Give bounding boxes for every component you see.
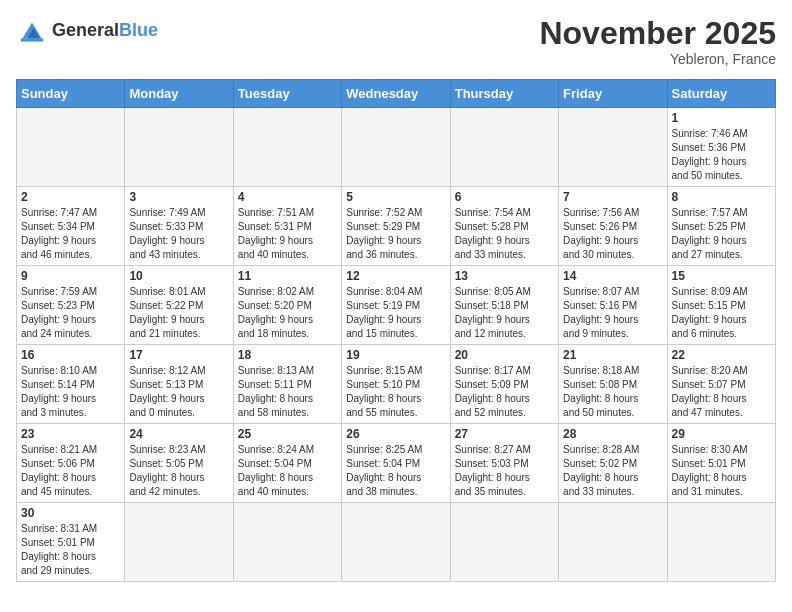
day-info: Sunrise: 8:13 AMSunset: 5:11 PMDaylight:… bbox=[238, 364, 337, 420]
calendar-cell: 1Sunrise: 7:46 AMSunset: 5:36 PMDaylight… bbox=[667, 108, 775, 187]
day-info: Sunrise: 8:31 AMSunset: 5:01 PMDaylight:… bbox=[21, 522, 120, 578]
calendar-cell bbox=[17, 108, 125, 187]
calendar-cell: 23Sunrise: 8:21 AMSunset: 5:06 PMDayligh… bbox=[17, 424, 125, 503]
day-number: 29 bbox=[672, 427, 771, 441]
day-info: Sunrise: 8:15 AMSunset: 5:10 PMDaylight:… bbox=[346, 364, 445, 420]
day-info: Sunrise: 8:21 AMSunset: 5:06 PMDaylight:… bbox=[21, 443, 120, 499]
day-number: 28 bbox=[563, 427, 662, 441]
day-number: 5 bbox=[346, 190, 445, 204]
calendar-cell: 8Sunrise: 7:57 AMSunset: 5:25 PMDaylight… bbox=[667, 187, 775, 266]
day-info: Sunrise: 7:57 AMSunset: 5:25 PMDaylight:… bbox=[672, 206, 771, 262]
day-info: Sunrise: 7:56 AMSunset: 5:26 PMDaylight:… bbox=[563, 206, 662, 262]
page-header: GeneralBlue November 2025 Yebleron, Fran… bbox=[16, 16, 776, 67]
location: Yebleron, France bbox=[539, 51, 776, 67]
calendar-cell: 15Sunrise: 8:09 AMSunset: 5:15 PMDayligh… bbox=[667, 266, 775, 345]
calendar-cell: 10Sunrise: 8:01 AMSunset: 5:22 PMDayligh… bbox=[125, 266, 233, 345]
calendar-cell: 11Sunrise: 8:02 AMSunset: 5:20 PMDayligh… bbox=[233, 266, 341, 345]
day-info: Sunrise: 8:10 AMSunset: 5:14 PMDaylight:… bbox=[21, 364, 120, 420]
day-number: 15 bbox=[672, 269, 771, 283]
day-info: Sunrise: 8:07 AMSunset: 5:16 PMDaylight:… bbox=[563, 285, 662, 341]
calendar-cell bbox=[342, 108, 450, 187]
calendar-cell: 2Sunrise: 7:47 AMSunset: 5:34 PMDaylight… bbox=[17, 187, 125, 266]
day-info: Sunrise: 8:18 AMSunset: 5:08 PMDaylight:… bbox=[563, 364, 662, 420]
calendar-cell: 30Sunrise: 8:31 AMSunset: 5:01 PMDayligh… bbox=[17, 503, 125, 582]
calendar-cell: 22Sunrise: 8:20 AMSunset: 5:07 PMDayligh… bbox=[667, 345, 775, 424]
day-info: Sunrise: 8:25 AMSunset: 5:04 PMDaylight:… bbox=[346, 443, 445, 499]
day-info: Sunrise: 8:23 AMSunset: 5:05 PMDaylight:… bbox=[129, 443, 228, 499]
calendar-cell: 25Sunrise: 8:24 AMSunset: 5:04 PMDayligh… bbox=[233, 424, 341, 503]
day-info: Sunrise: 8:28 AMSunset: 5:02 PMDaylight:… bbox=[563, 443, 662, 499]
day-number: 14 bbox=[563, 269, 662, 283]
day-info: Sunrise: 8:20 AMSunset: 5:07 PMDaylight:… bbox=[672, 364, 771, 420]
logo-general: GeneralBlue bbox=[52, 20, 158, 40]
day-number: 10 bbox=[129, 269, 228, 283]
day-number: 4 bbox=[238, 190, 337, 204]
day-info: Sunrise: 7:59 AMSunset: 5:23 PMDaylight:… bbox=[21, 285, 120, 341]
weekday-header-row: SundayMondayTuesdayWednesdayThursdayFrid… bbox=[17, 80, 776, 108]
weekday-header-monday: Monday bbox=[125, 80, 233, 108]
day-info: Sunrise: 8:27 AMSunset: 5:03 PMDaylight:… bbox=[455, 443, 554, 499]
calendar-cell: 9Sunrise: 7:59 AMSunset: 5:23 PMDaylight… bbox=[17, 266, 125, 345]
day-info: Sunrise: 7:47 AMSunset: 5:34 PMDaylight:… bbox=[21, 206, 120, 262]
day-info: Sunrise: 8:12 AMSunset: 5:13 PMDaylight:… bbox=[129, 364, 228, 420]
calendar-cell: 21Sunrise: 8:18 AMSunset: 5:08 PMDayligh… bbox=[559, 345, 667, 424]
day-number: 1 bbox=[672, 111, 771, 125]
weekday-header-thursday: Thursday bbox=[450, 80, 558, 108]
week-row-2: 9Sunrise: 7:59 AMSunset: 5:23 PMDaylight… bbox=[17, 266, 776, 345]
day-number: 27 bbox=[455, 427, 554, 441]
calendar-cell: 28Sunrise: 8:28 AMSunset: 5:02 PMDayligh… bbox=[559, 424, 667, 503]
calendar-cell bbox=[559, 503, 667, 582]
calendar-cell bbox=[233, 108, 341, 187]
calendar-cell: 6Sunrise: 7:54 AMSunset: 5:28 PMDaylight… bbox=[450, 187, 558, 266]
week-row-3: 16Sunrise: 8:10 AMSunset: 5:14 PMDayligh… bbox=[17, 345, 776, 424]
day-number: 18 bbox=[238, 348, 337, 362]
week-row-0: 1Sunrise: 7:46 AMSunset: 5:36 PMDaylight… bbox=[17, 108, 776, 187]
day-info: Sunrise: 8:30 AMSunset: 5:01 PMDaylight:… bbox=[672, 443, 771, 499]
calendar-cell: 18Sunrise: 8:13 AMSunset: 5:11 PMDayligh… bbox=[233, 345, 341, 424]
day-number: 26 bbox=[346, 427, 445, 441]
week-row-4: 23Sunrise: 8:21 AMSunset: 5:06 PMDayligh… bbox=[17, 424, 776, 503]
day-number: 7 bbox=[563, 190, 662, 204]
weekday-header-sunday: Sunday bbox=[17, 80, 125, 108]
calendar-cell: 24Sunrise: 8:23 AMSunset: 5:05 PMDayligh… bbox=[125, 424, 233, 503]
calendar-cell: 12Sunrise: 8:04 AMSunset: 5:19 PMDayligh… bbox=[342, 266, 450, 345]
day-number: 22 bbox=[672, 348, 771, 362]
calendar-cell: 7Sunrise: 7:56 AMSunset: 5:26 PMDaylight… bbox=[559, 187, 667, 266]
day-number: 12 bbox=[346, 269, 445, 283]
calendar-cell bbox=[125, 108, 233, 187]
day-info: Sunrise: 7:51 AMSunset: 5:31 PMDaylight:… bbox=[238, 206, 337, 262]
calendar-cell bbox=[667, 503, 775, 582]
calendar-cell: 3Sunrise: 7:49 AMSunset: 5:33 PMDaylight… bbox=[125, 187, 233, 266]
calendar-cell: 13Sunrise: 8:05 AMSunset: 5:18 PMDayligh… bbox=[450, 266, 558, 345]
calendar-cell: 16Sunrise: 8:10 AMSunset: 5:14 PMDayligh… bbox=[17, 345, 125, 424]
svg-rect-2 bbox=[21, 38, 43, 41]
title-block: November 2025 Yebleron, France bbox=[539, 16, 776, 67]
calendar-cell bbox=[450, 108, 558, 187]
day-number: 23 bbox=[21, 427, 120, 441]
day-info: Sunrise: 8:24 AMSunset: 5:04 PMDaylight:… bbox=[238, 443, 337, 499]
month-title: November 2025 bbox=[539, 16, 776, 51]
day-info: Sunrise: 8:01 AMSunset: 5:22 PMDaylight:… bbox=[129, 285, 228, 341]
day-info: Sunrise: 8:04 AMSunset: 5:19 PMDaylight:… bbox=[346, 285, 445, 341]
day-info: Sunrise: 8:17 AMSunset: 5:09 PMDaylight:… bbox=[455, 364, 554, 420]
day-number: 30 bbox=[21, 506, 120, 520]
calendar-cell bbox=[342, 503, 450, 582]
day-number: 19 bbox=[346, 348, 445, 362]
logo-icon bbox=[16, 16, 48, 44]
day-number: 11 bbox=[238, 269, 337, 283]
day-number: 3 bbox=[129, 190, 228, 204]
calendar-cell: 27Sunrise: 8:27 AMSunset: 5:03 PMDayligh… bbox=[450, 424, 558, 503]
calendar-cell: 4Sunrise: 7:51 AMSunset: 5:31 PMDaylight… bbox=[233, 187, 341, 266]
calendar-cell bbox=[450, 503, 558, 582]
calendar-cell: 26Sunrise: 8:25 AMSunset: 5:04 PMDayligh… bbox=[342, 424, 450, 503]
logo-blue-text: Blue bbox=[119, 20, 158, 40]
day-number: 20 bbox=[455, 348, 554, 362]
day-number: 8 bbox=[672, 190, 771, 204]
calendar-cell: 14Sunrise: 8:07 AMSunset: 5:16 PMDayligh… bbox=[559, 266, 667, 345]
day-number: 6 bbox=[455, 190, 554, 204]
day-info: Sunrise: 8:05 AMSunset: 5:18 PMDaylight:… bbox=[455, 285, 554, 341]
day-number: 13 bbox=[455, 269, 554, 283]
day-info: Sunrise: 7:54 AMSunset: 5:28 PMDaylight:… bbox=[455, 206, 554, 262]
calendar-cell: 29Sunrise: 8:30 AMSunset: 5:01 PMDayligh… bbox=[667, 424, 775, 503]
calendar-table: SundayMondayTuesdayWednesdayThursdayFrid… bbox=[16, 79, 776, 582]
